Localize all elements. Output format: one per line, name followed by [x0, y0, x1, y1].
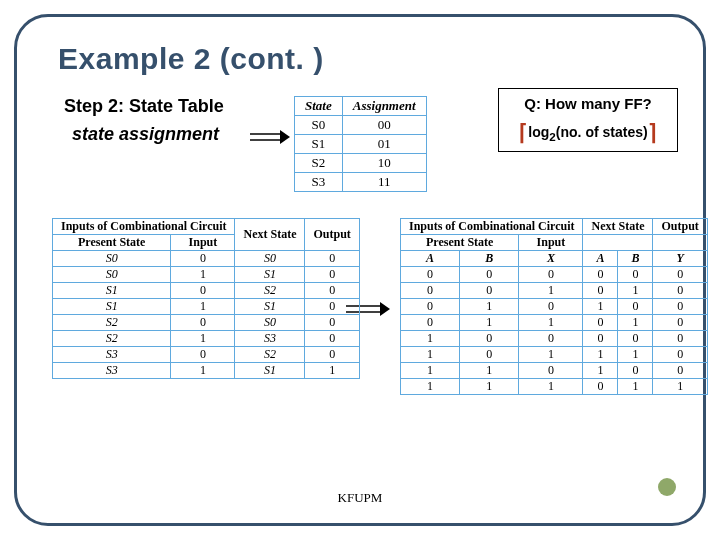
- ceiling-left-icon: ⌈: [519, 126, 528, 140]
- table-row: 011010: [401, 315, 708, 331]
- col-header: Present State: [401, 235, 519, 251]
- table-row: 001010: [401, 283, 708, 299]
- svg-marker-5: [380, 302, 390, 316]
- table-row: S00S00: [53, 251, 360, 267]
- ceiling-right-icon: ⌉: [648, 126, 657, 140]
- table-row: 000000: [401, 267, 708, 283]
- state-assignment-label: state assignment: [72, 124, 219, 145]
- table-row: S101: [295, 135, 427, 154]
- question-box: Q: How many FF? ⌈log2(no. of states)⌉: [498, 88, 678, 152]
- table-row: S311: [295, 173, 427, 192]
- table-row: 110100: [401, 363, 708, 379]
- footer-text: KFUPM: [0, 490, 720, 506]
- col-header: [653, 235, 707, 251]
- col-header: Next State: [583, 219, 653, 235]
- col-header: X: [519, 251, 583, 267]
- table-row: 111011: [401, 379, 708, 395]
- col-header: Y: [653, 251, 707, 267]
- step-label: Step 2: State Table: [64, 96, 224, 117]
- assignment-table: State Assignment S000 S101 S210 S311: [294, 96, 427, 192]
- col-header: [583, 235, 653, 251]
- table-row: S30S20: [53, 347, 360, 363]
- table-row: S20S00: [53, 315, 360, 331]
- answer-text: ⌈log2(no. of states)⌉: [499, 124, 677, 143]
- table-row: S01S10: [53, 267, 360, 283]
- col-header: Input: [519, 235, 583, 251]
- arrow-icon: [250, 128, 290, 144]
- col-header: Output: [305, 219, 359, 251]
- table-row: S31S11: [53, 363, 360, 379]
- col-header: Next State: [235, 219, 305, 251]
- col-header: State: [295, 97, 343, 116]
- col-header: Assignment: [342, 97, 426, 116]
- table-row: S10S20: [53, 283, 360, 299]
- left-state-table: Inputs of Combinational Circuit Next Sta…: [52, 218, 360, 379]
- slide-title: Example 2 (cont. ): [58, 42, 324, 76]
- col-header: B: [460, 251, 519, 267]
- col-header: Output: [653, 219, 707, 235]
- col-header: Present State: [53, 235, 171, 251]
- table-row: S11S10: [53, 299, 360, 315]
- svg-marker-2: [280, 130, 290, 144]
- col-header: Inputs of Combinational Circuit: [53, 219, 235, 235]
- question-text: Q: How many FF?: [499, 95, 677, 112]
- table-row: 010100: [401, 299, 708, 315]
- col-header: Input: [171, 235, 235, 251]
- col-header: B: [618, 251, 653, 267]
- col-header: A: [401, 251, 460, 267]
- col-header: Inputs of Combinational Circuit: [401, 219, 583, 235]
- table-row: S000: [295, 116, 427, 135]
- table-row: S21S30: [53, 331, 360, 347]
- right-state-table: Inputs of Combinational Circuit Next Sta…: [400, 218, 708, 395]
- table-row: 101110: [401, 347, 708, 363]
- table-row: S210: [295, 154, 427, 173]
- table-row: 100000: [401, 331, 708, 347]
- col-header: A: [583, 251, 618, 267]
